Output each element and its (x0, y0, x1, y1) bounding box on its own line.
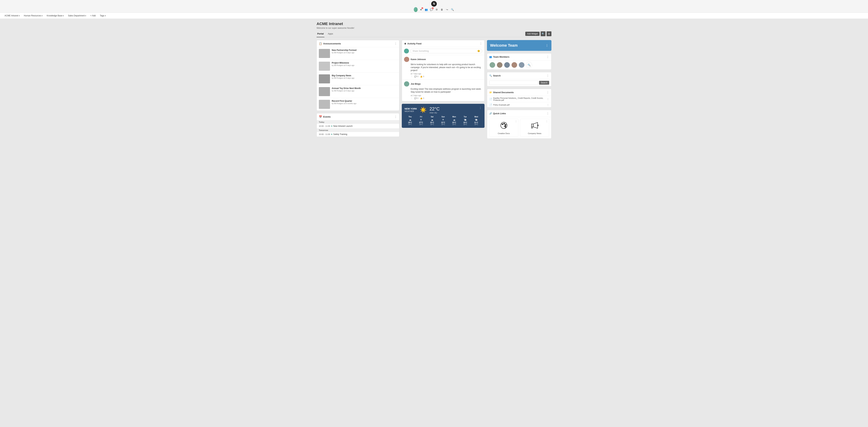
post-more-icon[interactable]: ⋮ (411, 75, 412, 78)
weather-day-item: Fri ☀ 27°C 19°C (419, 116, 423, 125)
chat-icon[interactable]: 💬 7 (430, 8, 433, 11)
weather-day-hi: 25°C (430, 122, 434, 124)
announce-thumb (319, 74, 330, 84)
doc-name: Policy Example.pdf (493, 104, 509, 106)
toolbar-search-button[interactable]: 🔍 (540, 31, 546, 36)
creative-docs-more[interactable]: ⋮ (515, 120, 517, 123)
announcement-item[interactable]: Annual Toy Drive Next Month by Bill Rodg… (317, 85, 399, 98)
post-text: We're looking for volunteers to help wit… (404, 63, 482, 72)
doc-item[interactable]: 📄 Policy Example.pdf ⋮ (487, 102, 551, 107)
chevron-hr (42, 14, 42, 17)
weather-day-name: Wed (474, 116, 478, 118)
weather-day-name: Tue (463, 116, 467, 118)
team-avatar-4[interactable] (511, 62, 518, 68)
search-input[interactable] (489, 80, 538, 85)
team-avatar-5[interactable] (519, 62, 525, 68)
shared-docs-more-button[interactable]: ⋮ (547, 91, 549, 94)
doc-file-icon: 📄 (489, 98, 492, 100)
doc-more-button[interactable]: ⋮ (547, 103, 549, 106)
quick-links-grid: ⋮ Creative Docs (487, 117, 551, 138)
event-time: 10:00 - 11:00 (319, 133, 330, 135)
svg-point-8 (537, 125, 538, 126)
post-comment-button[interactable]: 💬 0 (414, 75, 418, 78)
event-time: 10:00 - 11:00 (319, 125, 330, 127)
post-comment-button[interactable]: 💬 0 (414, 97, 418, 99)
weather-day-name: Mon (452, 116, 456, 118)
team-search-button[interactable]: 🔍 (526, 62, 532, 68)
weather-day-item: Sun ☀ 22°C 16°C (441, 116, 445, 125)
event-item[interactable]: 10:00 - 11:00 New Intranet Launch (317, 124, 399, 129)
post-like-button[interactable]: 👍 0 (420, 97, 424, 99)
tab-apps[interactable]: Apps (327, 31, 334, 37)
app-logo: N (431, 1, 437, 7)
weather-day-icon: ☁ (430, 118, 434, 121)
gear-icon[interactable]: ⚙ (435, 8, 438, 11)
weather-more-button[interactable]: ⋮ (479, 106, 482, 109)
post-like-button[interactable]: 👍 0 (420, 75, 424, 78)
main-nav: ACME Intranet Human Resources Knowledge … (0, 13, 868, 19)
team-avatar-1[interactable] (489, 62, 496, 68)
activity-feed-more-button[interactable]: ⋮ (479, 42, 482, 45)
doc-item[interactable]: 📄 Equifax Personal Solutions_ Credit Rep… (487, 96, 551, 102)
announcement-item[interactable]: Record First Quarter by Bill Rodgers at … (317, 98, 399, 110)
events-more-button[interactable]: ⋮ (394, 115, 397, 119)
toolbar-settings-button[interactable]: ⚙ (547, 31, 551, 36)
star-icon[interactable]: ★ 1 (419, 8, 423, 11)
announcement-item[interactable]: New Partnership Formed by Bill Rodgers a… (317, 47, 399, 60)
people-icon[interactable]: 👥 (424, 8, 428, 11)
team-avatar-2[interactable] (497, 62, 503, 68)
announcements-more-button[interactable]: ⋮ (394, 42, 397, 45)
announce-meta: by Bill Rodgers at 6 months ago (332, 103, 356, 104)
events-title: Events (323, 116, 331, 118)
announce-title: Record First Quarter (332, 100, 356, 102)
search-panel: 🔍 Search ⋮ Search (487, 72, 551, 86)
quick-links-more-button[interactable]: ⋮ (547, 112, 549, 115)
weather-label: WEATHER (405, 110, 417, 112)
nav-item-hr[interactable]: Human Resources (22, 13, 44, 19)
doc-more-button[interactable]: ⋮ (547, 98, 549, 100)
user-avatar[interactable] (414, 8, 417, 11)
right-column: Welcome Team ⋮ 👥 Team Members ⋮ (487, 40, 551, 141)
quick-link-creative-docs[interactable]: ⋮ Creative Docs (489, 119, 518, 137)
add-widget-button[interactable]: Add Widget (525, 32, 539, 36)
compose-input[interactable]: Share Something 😊 (410, 49, 482, 53)
team-members-more-button[interactable]: ⋮ (547, 55, 549, 59)
search-title: Search (493, 74, 501, 77)
nav-item-add[interactable]: + Add (89, 13, 97, 19)
weather-day-item: Wed 🌥 21°C 19°C (474, 116, 478, 125)
team-members-panel: 👥 Team Members ⋮ 🔍 (487, 53, 551, 70)
team-avatar-3[interactable] (504, 62, 510, 68)
trash-icon[interactable]: 🗑 (440, 8, 444, 11)
weather-day-hi: 29°C (408, 122, 412, 124)
event-title: Safety Training (333, 133, 347, 135)
search-icon[interactable]: 🔍 (451, 8, 454, 11)
announcements-header: 📋 Announcements ⋮ (317, 40, 399, 47)
events-day-label: Tomorrow (317, 129, 399, 132)
activity-feed-header: ★ Activity Feed ⋮ (402, 40, 484, 47)
company-news-more[interactable]: ⋮ (546, 120, 548, 123)
weather-day-icon: ☁ (452, 118, 456, 121)
post-more-icon[interactable]: ⋮ (411, 97, 412, 99)
search-more-button[interactable]: ⋮ (547, 74, 549, 77)
announcement-item[interactable]: Big Company News by Bill Rodgers at 6 da… (317, 73, 399, 85)
quick-link-company-news[interactable]: ⋮ Company News (520, 119, 549, 137)
announcements-list: New Partnership Formed by Bill Rodgers a… (317, 47, 399, 110)
weather-day-icon: ☀ (419, 118, 423, 121)
welcome-more-button[interactable]: ⋮ (546, 44, 548, 47)
events-panel: 📅 Events ⋮ Today 10:00 - 11:00 New Intra… (317, 113, 399, 137)
nav-item-kb[interactable]: Knowledge Base (45, 13, 65, 19)
tab-portal[interactable]: Portal (317, 31, 324, 37)
announce-meta: by Bill Rodgers at 6 days ago (332, 77, 354, 79)
search-submit-button[interactable]: Search (539, 81, 549, 85)
search-title-group: 🔍 Search (489, 74, 501, 77)
post-actions: ⋮ 💬 0 👍 0 (404, 97, 482, 99)
nav-item-sales[interactable]: Sales Department (66, 13, 88, 19)
chevron-sales (85, 14, 86, 17)
nav-item-tags[interactable]: Tags (98, 13, 107, 19)
signout-icon[interactable]: ↪ (445, 8, 449, 11)
nav-item-acme[interactable]: ACME Intranet (3, 13, 22, 19)
announcement-item[interactable]: Project Milestone by Bill Rodgers at 6 d… (317, 60, 399, 73)
event-item[interactable]: 10:00 - 11:00 Safety Training (317, 132, 399, 137)
announce-content: New Partnership Formed by Bill Rodgers a… (332, 49, 356, 58)
welcome-banner[interactable]: Welcome Team ⋮ (487, 40, 551, 51)
